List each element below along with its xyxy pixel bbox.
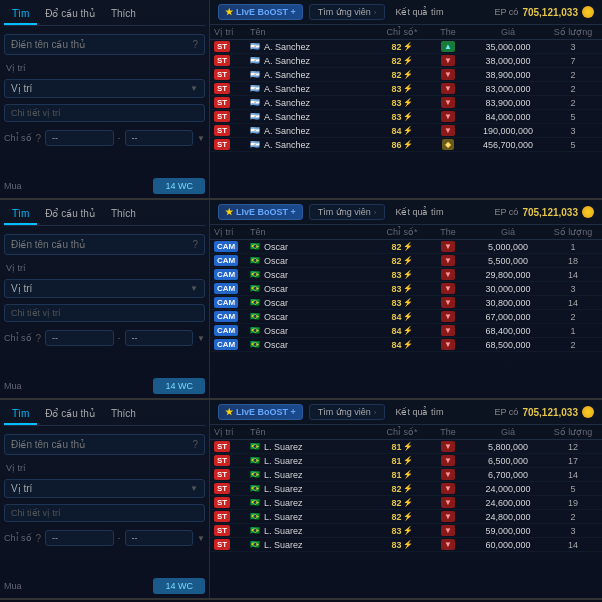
table-row[interactable]: ST🇦🇷A. Sanchez82⚡▼38,900,0002 [210,68,602,82]
search-input[interactable] [11,239,192,250]
arrow-cell[interactable]: ▲ [428,41,468,52]
table-row[interactable]: CAM🇧🇷Oscar84⚡▼68,500,0002 [210,338,602,352]
table-row[interactable]: CAM🇧🇷Oscar83⚡▼30,000,0003 [210,282,602,296]
arrow-cell[interactable]: ▼ [428,311,468,322]
live-boost-button[interactable]: ★LIvE BoOST + [218,204,303,220]
arrow-cell[interactable]: ▼ [428,469,468,480]
sidebar-tab-1[interactable]: Đổ cầu thủ [37,204,103,225]
arrow-cell[interactable]: ▼ [428,269,468,280]
arrow-button[interactable]: ▼ [441,111,455,122]
table-row[interactable]: ST🇦🇷A. Sanchez84⚡▼190,000,0003 [210,124,602,138]
sidebar-tab-2[interactable]: Thích [103,204,144,225]
mua-button[interactable]: 14 WC [153,578,205,594]
arrow-cell[interactable]: ▼ [428,339,468,350]
chiso-max[interactable]: -- [125,330,194,346]
search-input[interactable] [11,39,192,50]
sidebar-tab-0[interactable]: Tìm [4,404,37,425]
arrow-cell[interactable]: ▼ [428,441,468,452]
arrow-button[interactable]: ▼ [441,97,455,108]
chiso-min[interactable]: -- [45,530,114,546]
arrow-button[interactable]: ▼ [441,483,455,494]
table-row[interactable]: CAM🇧🇷Oscar82⚡▼5,500,00018 [210,254,602,268]
live-boost-button[interactable]: ★LIvE BoOST + [218,4,303,20]
matching-button[interactable]: Tìm ứng viên› [309,404,386,420]
arrow-cell[interactable]: ▼ [428,539,468,550]
table-row[interactable]: ST🇦🇷A. Sanchez83⚡▼84,000,0005 [210,110,602,124]
arrow-cell[interactable]: ▼ [428,325,468,336]
arrow-button[interactable]: ▼ [441,311,455,322]
arrow-button[interactable]: ▼ [441,539,455,550]
arrow-button[interactable]: ▼ [441,441,455,452]
chiso-min[interactable]: -- [45,330,114,346]
arrow-button[interactable]: ◆ [442,139,454,150]
arrow-button[interactable]: ▼ [441,69,455,80]
arrow-button[interactable]: ▼ [441,511,455,522]
arrow-cell[interactable]: ▼ [428,483,468,494]
sidebar-tab-0[interactable]: Tìm [4,204,37,225]
arrow-button[interactable]: ▼ [441,83,455,94]
arrow-cell[interactable]: ▼ [428,97,468,108]
chitiet-select[interactable]: Chi tiết vị trí [4,504,205,522]
table-row[interactable]: CAM🇧🇷Oscar84⚡▼68,400,0001 [210,324,602,338]
vitri-select[interactable]: Vị trí▼ [4,79,205,98]
arrow-button[interactable]: ▼ [441,283,455,294]
arrow-button[interactable]: ▼ [441,297,455,308]
table-row[interactable]: ST🇧🇷L. Suarez81⚡▼6,700,00014 [210,468,602,482]
arrow-button[interactable]: ▼ [441,455,455,466]
vitri-select[interactable]: Vị trí▼ [4,479,205,498]
chitiet-select[interactable]: Chi tiết vị trí [4,104,205,122]
arrow-button[interactable]: ▼ [441,55,455,66]
arrow-button[interactable]: ▼ [441,525,455,536]
arrow-cell[interactable]: ▼ [428,69,468,80]
table-row[interactable]: CAM🇧🇷Oscar84⚡▼67,000,0002 [210,310,602,324]
arrow-button[interactable]: ▼ [441,125,455,136]
table-row[interactable]: ST🇧🇷L. Suarez81⚡▼6,500,00017 [210,454,602,468]
table-row[interactable]: CAM🇧🇷Oscar82⚡▼5,000,0001 [210,240,602,254]
table-row[interactable]: ST🇧🇷L. Suarez82⚡▼24,600,00019 [210,496,602,510]
arrow-button[interactable]: ▼ [441,255,455,266]
sidebar-tab-2[interactable]: Thích [103,4,144,25]
arrow-button[interactable]: ▼ [441,325,455,336]
matching-button[interactable]: Tìm ứng viên› [309,204,386,220]
arrow-cell[interactable]: ▼ [428,83,468,94]
chiso-min[interactable]: -- [45,130,114,146]
arrow-cell[interactable]: ▼ [428,455,468,466]
arrow-cell[interactable]: ▼ [428,55,468,66]
table-row[interactable]: ST🇧🇷L. Suarez82⚡▼24,800,0002 [210,510,602,524]
table-row[interactable]: ST🇦🇷A. Sanchez86⚡◆456,700,0005 [210,138,602,152]
arrow-cell[interactable]: ▼ [428,255,468,266]
table-row[interactable]: ST🇦🇷A. Sanchez82⚡▼38,000,0007 [210,54,602,68]
mua-button[interactable]: 14 WC [153,178,205,194]
table-row[interactable]: CAM🇧🇷Oscar83⚡▼30,800,00014 [210,296,602,310]
table-row[interactable]: ST🇦🇷A. Sanchez83⚡▼83,900,0002 [210,96,602,110]
sidebar-tab-2[interactable]: Thích [103,404,144,425]
arrow-cell[interactable]: ▼ [428,111,468,122]
table-row[interactable]: ST🇦🇷A. Sanchez82⚡▲35,000,0003 [210,40,602,54]
arrow-button[interactable]: ▼ [441,339,455,350]
sidebar-tab-0[interactable]: Tìm [4,4,37,25]
arrow-button[interactable]: ▼ [441,269,455,280]
table-row[interactable]: ST🇧🇷L. Suarez81⚡▼5,800,00012 [210,440,602,454]
arrow-cell[interactable]: ▼ [428,283,468,294]
vitri-select[interactable]: Vị trí▼ [4,279,205,298]
arrow-cell[interactable]: ▼ [428,511,468,522]
live-boost-button[interactable]: ★LIvE BoOST + [218,404,303,420]
table-row[interactable]: ST🇧🇷L. Suarez83⚡▼59,000,0003 [210,524,602,538]
arrow-cell[interactable]: ▼ [428,297,468,308]
table-row[interactable]: ST🇧🇷L. Suarez83⚡▼60,000,00014 [210,538,602,552]
search-input[interactable] [11,439,192,450]
matching-button[interactable]: Tìm ứng viên› [309,4,386,20]
arrow-button[interactable]: ▲ [441,41,455,52]
arrow-cell[interactable]: ◆ [428,139,468,150]
arrow-button[interactable]: ▼ [441,241,455,252]
table-row[interactable]: CAM🇧🇷Oscar83⚡▼29,800,00014 [210,268,602,282]
chiso-max[interactable]: -- [125,130,194,146]
arrow-button[interactable]: ▼ [441,497,455,508]
arrow-cell[interactable]: ▼ [428,125,468,136]
mua-button[interactable]: 14 WC [153,378,205,394]
table-row[interactable]: ST🇧🇷L. Suarez82⚡▼24,000,0005 [210,482,602,496]
sidebar-tab-1[interactable]: Đổ cầu thủ [37,4,103,25]
arrow-cell[interactable]: ▼ [428,497,468,508]
chitiet-select[interactable]: Chi tiết vị trí [4,304,205,322]
arrow-button[interactable]: ▼ [441,469,455,480]
